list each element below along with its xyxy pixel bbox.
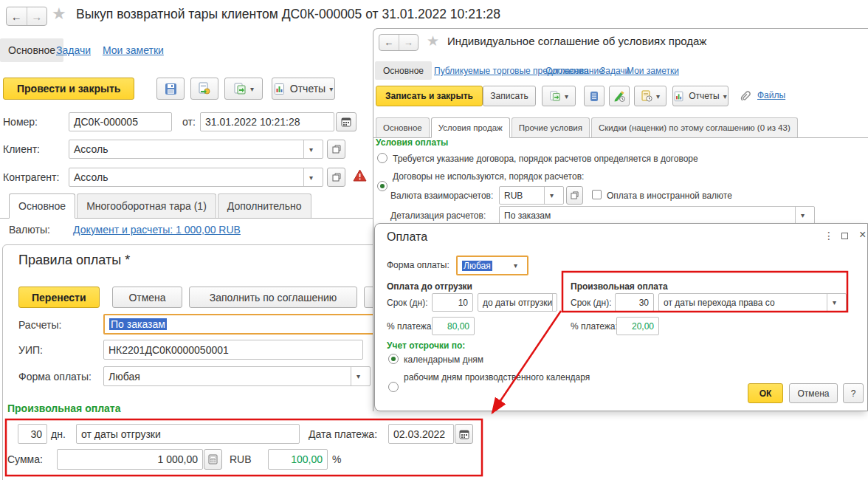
create-based-on-button[interactable]: ▾ — [224, 78, 263, 100]
settlement-currency-field[interactable]: RUB ▾ — [499, 186, 564, 205]
payment-form-label: Форма оплаты: — [387, 260, 450, 270]
settlement-currency-label: Валюта взаиморасчетов: — [390, 191, 493, 201]
history-nav-group: ← → — [6, 7, 47, 26]
page-title: Выкуп возвратной тары клиентом ДС0К-0000… — [76, 7, 500, 22]
back-icon[interactable]: ← — [7, 7, 27, 25]
chevron-down-icon[interactable]: ▾ — [509, 257, 523, 274]
nav-link-notes[interactable]: Мои заметки — [103, 44, 164, 56]
chevron-down-icon[interactable]: ▾ — [795, 207, 810, 224]
counterparty-label: Контрагент: — [3, 171, 59, 183]
currencies-link[interactable]: Документ и расчеты: 1 000,00 RUB — [73, 224, 241, 236]
calculations-field[interactable]: По заказам — [103, 314, 376, 335]
tab-sales-terms[interactable]: Условия продаж — [431, 117, 510, 138]
uip-field[interactable]: НК2201ДС0К0000050001 — [103, 340, 363, 360]
tab-main[interactable]: Основное — [9, 193, 75, 219]
transfer-button[interactable]: Перенести — [18, 287, 100, 308]
nav-link-notes[interactable]: Мои заметки — [627, 66, 679, 76]
counterparty-open-button[interactable] — [327, 168, 345, 187]
nav-link-approval[interactable]: Согласование — [545, 66, 604, 76]
client-field[interactable]: Ассоль ▾ — [69, 140, 323, 159]
client-open-button[interactable] — [327, 140, 345, 159]
tab-returnable-tare[interactable]: Многооборотная тара (1) — [77, 193, 216, 218]
radio-work-days[interactable] — [388, 382, 399, 392]
payment-form-field[interactable]: Любая ▾ — [103, 366, 371, 386]
sum-field[interactable]: 1 000,00 — [57, 449, 203, 470]
post-and-close-button[interactable]: Провести и закрыть — [3, 78, 134, 100]
reports-button[interactable]: Отчеты ▾ — [672, 86, 728, 106]
custom-percent-field[interactable]: 20,00 — [616, 317, 659, 335]
post-document-button[interactable] — [190, 78, 218, 100]
back-icon[interactable]: ← — [379, 35, 399, 50]
chevron-down-icon[interactable]: ▾ — [351, 367, 365, 385]
counterparty-field[interactable]: Ассоль ▾ — [69, 168, 323, 187]
radio-no-contracts[interactable] — [377, 181, 388, 191]
cancel-button[interactable]: Отмена — [112, 287, 182, 308]
favorite-star-icon[interactable]: ★ — [52, 4, 66, 24]
date-field[interactable]: 31.01.2022 10:21:28 — [200, 112, 334, 131]
help-button[interactable]: ? — [843, 383, 864, 403]
tab-discounts[interactable]: Скидки (наценки) по этому соглашению (0 … — [591, 117, 798, 137]
prepay-option-value: до даты отгрузки — [483, 298, 552, 308]
radio-contract-required[interactable] — [377, 153, 388, 163]
custom-header: Произвольная оплата — [571, 281, 668, 292]
percent-field[interactable]: 100,00 — [268, 449, 328, 470]
sum-calculator-button[interactable] — [204, 449, 222, 470]
radio-calendar-days[interactable] — [388, 354, 399, 364]
structure-button[interactable] — [584, 86, 604, 106]
tab-main[interactable]: Основное — [376, 117, 430, 137]
files-link[interactable]: Файлы — [757, 90, 785, 100]
ok-button[interactable]: ОК — [748, 383, 783, 403]
nav-link-tasks[interactable]: Задачи — [600, 66, 630, 76]
approval-button[interactable] — [609, 86, 630, 106]
nav-item-main[interactable]: Основное — [375, 61, 432, 80]
date-calendar-button[interactable] — [336, 112, 356, 131]
forward-icon[interactable]: → — [27, 7, 47, 25]
cancel-button[interactable]: Отмена — [789, 383, 838, 403]
payment-date-calendar-button[interactable] — [455, 424, 473, 444]
custom-payment-header: Произвольная оплата — [7, 402, 121, 414]
custom-term-field[interactable]: 30 — [615, 293, 654, 312]
foreign-currency-checkbox[interactable] — [592, 190, 602, 199]
chevron-down-icon[interactable]: ▾ — [827, 294, 841, 311]
schedule-option-field[interactable]: от даты отгрузки — [76, 424, 300, 444]
reports-button[interactable]: Отчеты ▾ — [272, 78, 335, 100]
chevron-down-icon[interactable]: ▾ — [552, 294, 557, 311]
dialog-title: Оплата — [387, 230, 427, 244]
paperclip-icon[interactable] — [736, 88, 754, 104]
days-field[interactable]: 30 — [18, 424, 47, 444]
payment-date-field[interactable]: 02.03.2022 — [388, 424, 454, 444]
prepay-term-field[interactable]: 10 — [432, 293, 473, 312]
client-label: Клиент: — [3, 143, 40, 155]
chevron-down-icon[interactable]: ▾ — [544, 187, 559, 204]
chevron-down-icon[interactable]: ▾ — [303, 168, 318, 186]
close-icon[interactable]: × — [859, 228, 866, 241]
nav-item-main[interactable]: Основное — [0, 38, 63, 62]
schedule-button[interactable]: ▾ — [634, 86, 666, 106]
number-field[interactable]: ДС0К-000005 — [69, 112, 172, 131]
reports-button-label: Отчеты — [290, 83, 326, 95]
tab-other-terms[interactable]: Прочие условия — [512, 117, 590, 137]
save-button[interactable]: Записать — [483, 86, 536, 106]
chevron-down-icon: ▾ — [656, 92, 660, 100]
settlement-detail-field[interactable]: По заказам ▾ — [499, 206, 815, 224]
menu-dots-icon[interactable]: ⋮ — [824, 230, 834, 241]
forward-icon[interactable]: → — [399, 35, 418, 50]
chevron-down-icon[interactable]: ▾ — [303, 140, 318, 158]
prepay-term-value: 10 — [458, 298, 468, 308]
nav-link-tasks[interactable]: Задачи — [56, 44, 91, 56]
create-based-on-button[interactable]: ▾ — [542, 86, 576, 106]
favorite-star-icon[interactable]: ★ — [427, 32, 439, 49]
payment-form-field[interactable]: Любая ▾ — [456, 256, 528, 275]
prepay-percent-field[interactable]: 80,00 — [432, 317, 475, 335]
maximize-icon[interactable] — [841, 233, 848, 239]
tab-additional[interactable]: Дополнительно — [218, 193, 311, 218]
fill-by-agreement-button[interactable]: Заполнить по соглашению — [189, 287, 357, 308]
client-value: Ассоль — [74, 143, 108, 155]
currency-open-button[interactable] — [566, 186, 583, 205]
radio-no-contracts-label: Договоры не используются, порядок расчет… — [393, 171, 584, 182]
save-button[interactable] — [156, 78, 185, 100]
save-and-close-button[interactable]: Записать и закрыть — [376, 86, 483, 106]
custom-option-field[interactable]: от даты перехода права со ▾ — [658, 293, 847, 312]
pencil-clock-icon — [613, 90, 625, 102]
prepay-option-field[interactable]: до даты отгрузки ▾ — [478, 293, 557, 312]
